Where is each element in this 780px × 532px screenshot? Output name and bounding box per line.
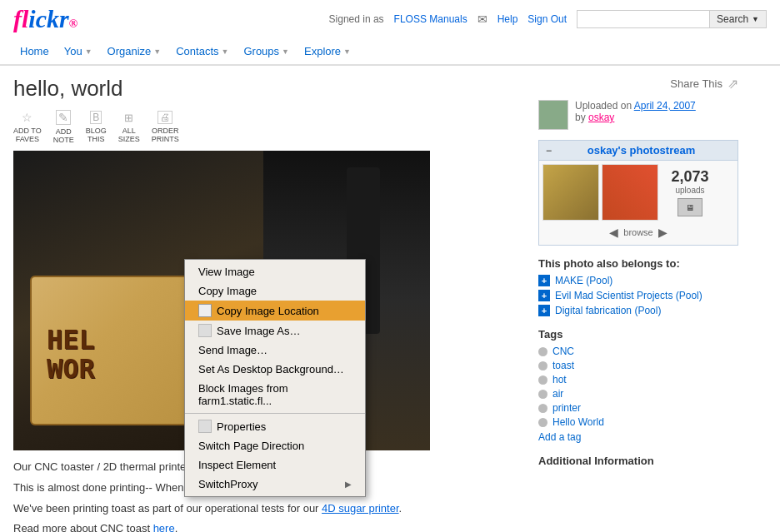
evil-pool-link[interactable]: Evil Mad Scientist Projects (Pool)	[555, 290, 702, 301]
blog-this-button[interactable]: B BLOGTHIS	[86, 111, 107, 143]
nav-item-home[interactable]: Home	[13, 42, 56, 61]
ctx-set-desktop-bg[interactable]: Set As Desktop Background…	[185, 360, 365, 379]
all-sizes-label: ALLSIZES	[118, 127, 140, 143]
photostream-title-link[interactable]: oskay's photostream	[588, 144, 696, 157]
ctx-view-image[interactable]: View Image	[185, 262, 365, 281]
add-tag-link[interactable]: Add a tag	[538, 431, 738, 443]
ctx-send-image[interactable]: Send Image…	[185, 341, 365, 360]
order-icon: 🖨	[158, 111, 172, 124]
tag-link-cnc[interactable]: CNC	[552, 346, 574, 357]
photo-count-num: 2,073	[671, 168, 708, 186]
tag-icon-cnc	[538, 347, 548, 356]
make-pool-link[interactable]: MAKE (Pool)	[555, 275, 612, 286]
tag-hello-world: Hello World	[538, 416, 738, 428]
star-icon: ☆	[22, 111, 32, 124]
tag-cnc: CNC	[538, 346, 738, 357]
ctx-inspect-element[interactable]: Inspect Element	[185, 455, 365, 475]
prev-arrow-icon[interactable]: ◀	[609, 226, 618, 239]
tag-icon-hello-world	[538, 418, 548, 427]
tag-icon-hot	[538, 375, 548, 385]
tag-icon-toast	[538, 361, 548, 370]
browse-label[interactable]: browse	[623, 227, 652, 237]
logo[interactable]: flickr®	[13, 5, 78, 33]
signed-in-text: Signed in as	[329, 13, 384, 25]
share-icon[interactable]: ⇗	[728, 76, 738, 92]
thumb-row: 2,073 uploads 🖥	[542, 164, 734, 221]
share-this-label: Share This	[670, 77, 722, 90]
order-prints-button[interactable]: 🖨 ORDERPRINTS	[152, 111, 179, 143]
groups-dropdown-icon: ▼	[282, 47, 289, 56]
collapse-btn[interactable]: −	[546, 145, 552, 157]
mail-icon[interactable]: ✉	[478, 12, 488, 26]
digital-pool-plus-icon[interactable]: +	[538, 305, 550, 316]
add-note-button[interactable]: ✎ ADDNOTE	[53, 110, 74, 144]
nav-item-organize[interactable]: Organize ▼	[101, 42, 168, 61]
tag-icon-air	[538, 390, 548, 399]
nav-item-groups[interactable]: Groups ▼	[237, 42, 296, 61]
page-title: hello, world	[13, 76, 522, 102]
signout-link[interactable]: Sign Out	[528, 13, 567, 25]
thumb-2[interactable]	[602, 164, 658, 221]
switchproxy-arrow-icon: ▶	[345, 480, 352, 489]
belongs-to-title: This photo also belongs to:	[538, 257, 738, 270]
sizes-icon: ⊞	[124, 112, 133, 124]
evil-pool-plus-icon[interactable]: +	[538, 290, 550, 301]
ctx-copy-image[interactable]: Copy Image	[185, 281, 365, 301]
context-menu: View Image Copy Image Copy Image Locatio…	[184, 259, 366, 497]
here-link[interactable]: here	[153, 522, 175, 532]
tag-link-toast[interactable]: toast	[552, 360, 574, 371]
photo-container: HELWOR View Image Copy Image Copy Image …	[13, 151, 430, 450]
sidebar: Share This ⇗ Uploaded on April 24, 2007 …	[538, 76, 738, 532]
ctx-copy-image-location[interactable]: Copy Image Location	[185, 301, 365, 321]
photo-count-uploads-label: uploads	[675, 186, 704, 195]
tag-link-printer[interactable]: printer	[552, 402, 581, 414]
nav-item-you[interactable]: You ▼	[58, 42, 99, 61]
uploaded-on-label: Uploaded on	[575, 100, 634, 112]
ctx-block-images[interactable]: Block Images from farm1.static.fl...	[185, 379, 365, 410]
header: flickr® Signed in as FLOSS Manuals ✉ Hel…	[0, 0, 780, 66]
make-pool-plus-icon[interactable]: +	[538, 275, 550, 286]
nav-item-explore[interactable]: Explore ▼	[298, 42, 358, 61]
sugar-printer-link[interactable]: 4D sugar printer	[322, 502, 399, 515]
pool-item-evil: + Evil Mad Scientist Projects (Pool)	[538, 290, 738, 301]
photostream-section: − oskay's photostream 2,073 uploads 🖥 ◀ …	[538, 140, 738, 246]
search-button[interactable]: Search ▼	[710, 10, 767, 28]
additional-info-section: Additional Information	[538, 455, 738, 467]
pool-item-digital: + Digital fabrication (Pool)	[538, 305, 738, 316]
next-arrow-icon[interactable]: ▶	[658, 226, 668, 239]
upload-date-line: Uploaded on April 24, 2007	[575, 100, 696, 112]
note-icon: ✎	[56, 110, 71, 125]
ctx-switch-page-direction[interactable]: Switch Page Direction	[185, 436, 365, 455]
browse-bar: ◀ browse ▶	[542, 223, 734, 241]
ctx-save-image-as[interactable]: Save Image As…	[185, 321, 365, 341]
nav-item-contacts[interactable]: Contacts ▼	[169, 42, 235, 61]
uploader-line: by oskay	[575, 112, 696, 123]
uploader-link[interactable]: oskay	[588, 112, 614, 123]
tag-link-air[interactable]: air	[552, 388, 563, 400]
caption-line4: Read more about CNC toast here.	[13, 520, 430, 532]
search-input[interactable]	[577, 10, 710, 28]
ctx-switchproxy[interactable]: SwitchProxy ▶	[185, 475, 365, 494]
tag-link-hot[interactable]: hot	[552, 374, 567, 385]
help-link[interactable]: Help	[498, 13, 518, 25]
nav: Home You ▼ Organize ▼ Contacts ▼ Groups …	[0, 38, 780, 65]
digital-pool-link[interactable]: Digital fabrication (Pool)	[555, 305, 661, 316]
ctx-properties[interactable]: Properties	[185, 416, 365, 436]
share-this-bar: Share This ⇗	[538, 76, 738, 92]
blog-this-label: BLOGTHIS	[86, 127, 107, 143]
tags-section: Tags CNC toast hot air printer	[538, 328, 738, 443]
upload-date-link[interactable]: April 24, 2007	[634, 100, 696, 112]
caption-line3: We've been printing toast as part of our…	[13, 500, 430, 518]
signed-in-user-link[interactable]: FLOSS Manuals	[394, 13, 468, 25]
upload-info: Uploaded on April 24, 2007 by oskay	[538, 100, 738, 130]
add-to-faves-button[interactable]: ☆ ADD TOFAVES	[13, 111, 42, 143]
additional-info-title: Additional Information	[538, 455, 738, 467]
thumb-1[interactable]	[542, 164, 599, 221]
search-dropdown-icon[interactable]: ▼	[752, 15, 759, 23]
tag-link-hello-world[interactable]: Hello World	[552, 416, 604, 428]
belongs-to-section: This photo also belongs to: + MAKE (Pool…	[538, 257, 738, 316]
all-sizes-button[interactable]: ⊞ ALLSIZES	[118, 112, 140, 143]
main: hello, world ☆ ADD TOFAVES ✎ ADDNOTE B B…	[0, 66, 780, 532]
avatar	[538, 100, 568, 130]
toast-letters: HELWOR	[47, 326, 95, 384]
